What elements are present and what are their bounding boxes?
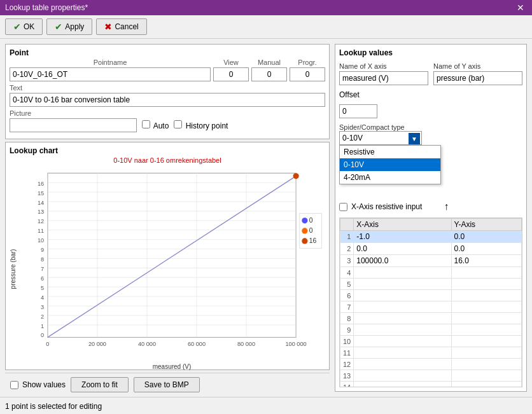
- spider-dropdown-button[interactable]: 0-10V ▼: [339, 131, 422, 145]
- svg-text:9: 9: [41, 247, 44, 253]
- point-section-label: Point: [10, 48, 325, 57]
- xaxis-resistive-checkbox[interactable]: [339, 203, 347, 211]
- y-axis-input[interactable]: [433, 71, 522, 85]
- left-panel: Point Pointname View Manual Progr.: [5, 44, 330, 392]
- table-row[interactable]: 3100000.016.0: [340, 255, 522, 267]
- table-row[interactable]: 4: [340, 267, 522, 279]
- auto-label: Auto: [153, 121, 169, 130]
- chart-svg-area: 0 1 2 3 4 5 6 7 8 9 10 1: [18, 165, 325, 363]
- cell-y: [451, 267, 522, 279]
- table-row[interactable]: 11: [340, 347, 522, 359]
- cell-x: [354, 290, 451, 301]
- cell-y: 0.0: [451, 231, 522, 243]
- svg-text:0: 0: [46, 341, 49, 347]
- table-row[interactable]: 6: [340, 290, 522, 301]
- pointname-input[interactable]: [10, 67, 211, 81]
- show-values-text: Show values: [22, 380, 66, 389]
- show-values-label[interactable]: Show values: [10, 380, 66, 389]
- cell-y: [451, 301, 522, 313]
- table-row[interactable]: 13: [340, 370, 522, 382]
- offset-input[interactable]: [339, 104, 377, 118]
- cell-y: [451, 370, 522, 382]
- spider-compact-section: Spider/Compact type 0-10V ▼ Resistive 0-…: [339, 123, 522, 145]
- point-section: Point Pointname View Manual Progr.: [5, 44, 330, 139]
- progr-group: Progr.: [290, 59, 325, 81]
- picture-section: Picture Auto History point: [10, 109, 325, 132]
- manual-group: Manual: [251, 59, 287, 81]
- toolbar: ✔ OK ✔ Apply ✖ Cancel: [0, 15, 532, 39]
- save-to-bmp-button[interactable]: Save to BMP: [134, 377, 200, 392]
- auto-checkbox-label[interactable]: Auto: [142, 120, 169, 130]
- cell-y: [451, 347, 522, 359]
- svg-text:11: 11: [38, 228, 44, 234]
- spider-option-4-20ma[interactable]: 4-20mA: [340, 171, 440, 184]
- title-bar-title: Lookup table properties*: [5, 3, 88, 12]
- cell-row-num: 2: [340, 243, 354, 255]
- auto-checkbox[interactable]: [142, 120, 150, 128]
- svg-text:2: 2: [41, 314, 44, 320]
- cell-x: [354, 279, 451, 290]
- spider-option-0-10v[interactable]: 0-10V: [340, 158, 440, 171]
- bottom-bar: Show values Zoom to fit Save to BMP: [5, 373, 330, 396]
- x-axis-name-label: Name of X axis: [339, 62, 428, 70]
- cell-x: [354, 301, 451, 313]
- spider-option-resistive[interactable]: Resistive: [340, 146, 440, 158]
- x-axis-group: Name of X axis: [339, 62, 428, 85]
- col-header-num: [340, 219, 354, 231]
- table-row[interactable]: 1-1.00.0: [340, 231, 522, 243]
- main-content: Point Pointname View Manual Progr.: [0, 39, 532, 397]
- pointname-header: Pointname: [10, 59, 211, 66]
- svg-text:100 000: 100 000: [286, 341, 307, 347]
- svg-text:7: 7: [41, 266, 44, 272]
- cell-row-num: 3: [340, 255, 354, 267]
- table-row[interactable]: 20.00.0: [340, 243, 522, 255]
- cell-y: 16.0: [451, 255, 522, 267]
- lookup-chart-section: Lookup chart 0-10V naar 0-16 omrekenings…: [5, 142, 330, 370]
- history-point-label[interactable]: History point: [174, 120, 228, 130]
- table-row[interactable]: 8: [340, 313, 522, 324]
- progr-input[interactable]: [290, 67, 325, 81]
- text-input[interactable]: [10, 93, 325, 107]
- chart-inner: pressure (bar): [10, 165, 325, 372]
- table-row[interactable]: 14: [340, 382, 522, 388]
- ok-label: OK: [24, 22, 34, 31]
- close-button[interactable]: ✕: [514, 3, 527, 13]
- table-row[interactable]: 9: [340, 324, 522, 336]
- svg-text:6: 6: [41, 275, 44, 282]
- cancel-button[interactable]: ✖ Cancel: [96, 18, 146, 35]
- cell-x: [354, 370, 451, 382]
- svg-text:5: 5: [41, 285, 44, 291]
- x-axis-input[interactable]: [339, 71, 428, 85]
- spider-selected-value: 0-10V: [342, 134, 363, 142]
- cell-row-num: 11: [340, 347, 354, 359]
- cell-row-num: 14: [340, 382, 354, 388]
- manual-input[interactable]: [251, 67, 287, 81]
- history-point-checkbox[interactable]: [174, 120, 182, 128]
- table-row[interactable]: 10: [340, 336, 522, 347]
- cursor-arrow-icon: ↑: [444, 201, 449, 212]
- cell-row-num: 10: [340, 336, 354, 347]
- svg-text:8: 8: [41, 256, 44, 263]
- svg-point-53: [302, 238, 307, 244]
- show-values-checkbox[interactable]: [10, 381, 18, 389]
- cell-x: 100000.0: [354, 255, 451, 267]
- xaxis-resistive-row: X-Axis resistive input ↑: [339, 201, 522, 212]
- cell-x: [354, 382, 451, 388]
- zoom-to-fit-button[interactable]: Zoom to fit: [71, 377, 129, 392]
- picture-input[interactable]: [10, 118, 137, 132]
- svg-point-49: [302, 217, 307, 223]
- chart-with-xaxis: 0 1 2 3 4 5 6 7 8 9 10 1: [18, 165, 325, 372]
- title-bar: Lookup table properties* ✕: [0, 0, 532, 15]
- table-row[interactable]: 12: [340, 359, 522, 370]
- col-header-xaxis: X-Axis: [354, 219, 451, 231]
- offset-input-row: [339, 104, 522, 118]
- cell-row-num: 12: [340, 359, 354, 370]
- apply-button[interactable]: ✔ Apply: [46, 18, 92, 35]
- view-input[interactable]: [213, 67, 249, 81]
- table-row[interactable]: 5: [340, 279, 522, 290]
- ok-button[interactable]: ✔ OK: [5, 18, 43, 35]
- table-row[interactable]: 7: [340, 301, 522, 313]
- svg-text:16: 16: [38, 181, 44, 187]
- svg-text:80 000: 80 000: [237, 341, 255, 347]
- y-axis-group: Name of Y axis: [433, 62, 522, 85]
